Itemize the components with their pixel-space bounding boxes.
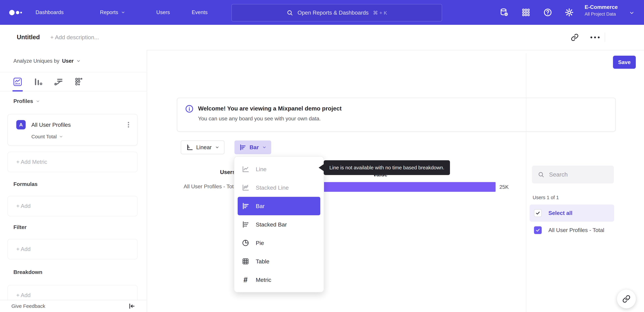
tooltip-arrow bbox=[319, 164, 324, 171]
help-icon[interactable] bbox=[543, 8, 552, 17]
analyze-entity-select[interactable]: User bbox=[62, 58, 74, 64]
search-icon bbox=[286, 10, 293, 16]
metric-card[interactable]: A All User Profiles Count Total bbox=[8, 114, 138, 146]
menu-item-stacked-bar-label: Stacked Bar bbox=[256, 221, 287, 228]
check-icon bbox=[535, 210, 540, 216]
menu-item-line: Line bbox=[234, 160, 324, 178]
menu-item-table[interactable]: Table bbox=[234, 252, 324, 270]
metric-badge: A bbox=[16, 120, 26, 130]
breakdown-section-header: Breakdown bbox=[14, 269, 42, 275]
chart-type-label: Bar bbox=[250, 144, 259, 150]
nav-users-label: Users bbox=[156, 10, 170, 16]
save-button[interactable]: Save bbox=[613, 56, 636, 69]
stacked-line-chart-icon bbox=[242, 184, 250, 192]
project-switcher[interactable]: E-Commerce All Project Data bbox=[585, 4, 635, 17]
aggregation-chevron-down-icon bbox=[59, 134, 63, 139]
aggregation-select[interactable]: Count Total bbox=[31, 134, 63, 140]
series-label: All User Profiles - Total bbox=[548, 227, 604, 233]
project-scope: All Project Data bbox=[585, 12, 635, 17]
aggregation-label: Count Total bbox=[31, 134, 57, 140]
chart-type-select[interactable]: Bar bbox=[234, 140, 271, 154]
nav-users[interactable]: Users bbox=[156, 0, 170, 25]
nav-events-label: Events bbox=[192, 10, 208, 16]
menu-item-pie[interactable]: Pie bbox=[234, 234, 324, 252]
header-divider bbox=[605, 32, 605, 42]
analyze-row: Analyze Uniques by User bbox=[0, 50, 146, 72]
line-chart-icon bbox=[242, 165, 250, 173]
link-icon bbox=[622, 295, 630, 303]
tab-insights[interactable] bbox=[12, 77, 23, 87]
apps-grid-icon[interactable] bbox=[521, 8, 531, 17]
bar-chart-icon bbox=[242, 202, 250, 210]
formulas-heading-label: Formulas bbox=[14, 181, 38, 187]
banner-title: Welcome! You are viewing a Mixpanel demo… bbox=[198, 105, 342, 112]
mixpanel-app: Dashboards Reports Users Events Open Rep… bbox=[0, 0, 644, 312]
profiles-section-header[interactable]: Profiles bbox=[14, 98, 40, 104]
add-formula-button[interactable]: + Add bbox=[8, 196, 138, 216]
add-metric-button[interactable]: + Add Metric bbox=[8, 152, 138, 172]
nav-reports[interactable]: Reports bbox=[100, 0, 125, 25]
analyze-label: Analyze Uniques by bbox=[14, 58, 59, 64]
info-icon bbox=[185, 104, 194, 113]
nav-events[interactable]: Events bbox=[192, 0, 208, 25]
collapse-sidebar-icon[interactable] bbox=[128, 302, 135, 310]
add-filter-button[interactable]: + Add bbox=[8, 239, 138, 259]
menu-item-bar-label: Bar bbox=[256, 203, 265, 210]
nav-reports-label: Reports bbox=[100, 10, 118, 16]
pie-chart-icon bbox=[242, 239, 250, 247]
menu-item-stacked-line-label: Stacked Line bbox=[256, 184, 289, 191]
profiles-chevron-down-icon bbox=[36, 99, 40, 104]
share-link-button[interactable] bbox=[617, 289, 636, 308]
sidebar-footer: Give Feedback bbox=[0, 300, 146, 312]
chevron-down-icon bbox=[121, 10, 125, 14]
nav-dashboards[interactable]: Dashboards bbox=[36, 0, 64, 25]
global-search-button[interactable]: Open Reports & Dashboards ⌘ + K bbox=[232, 4, 442, 22]
report-header: Untitled + Add description... Save bbox=[0, 25, 644, 50]
series-search[interactable] bbox=[532, 166, 614, 184]
banner-subtitle: You can use any board you see with your … bbox=[198, 116, 321, 122]
menu-item-table-label: Table bbox=[256, 258, 269, 265]
mixpanel-logo-icon[interactable] bbox=[9, 10, 25, 16]
scale-select[interactable]: Linear bbox=[181, 140, 224, 154]
chart-type-menu: Line Stacked Line Bar Stacked bbox=[234, 156, 324, 292]
panel-divider bbox=[526, 53, 526, 312]
axis-icon bbox=[186, 144, 193, 151]
menu-item-metric-label: Metric bbox=[256, 277, 271, 283]
add-description-button[interactable]: + Add description... bbox=[50, 25, 99, 50]
menu-item-stacked-bar[interactable]: Stacked Bar bbox=[234, 215, 324, 234]
filter-section-header: Filter bbox=[14, 224, 26, 230]
menu-item-line-label: Line bbox=[256, 166, 266, 172]
global-search-placeholder: Open Reports & Dashboards bbox=[298, 10, 368, 16]
tab-retention[interactable] bbox=[74, 77, 84, 87]
analyze-chevron-down-icon[interactable] bbox=[76, 59, 81, 63]
gear-icon[interactable] bbox=[564, 8, 574, 17]
series-search-input[interactable] bbox=[549, 171, 606, 178]
scale-chevron-down-icon bbox=[215, 145, 219, 150]
copy-link-icon[interactable] bbox=[571, 34, 578, 41]
kebab-menu-icon[interactable] bbox=[125, 121, 132, 128]
project-chevron-down-icon[interactable] bbox=[629, 10, 634, 16]
give-feedback-link[interactable]: Give Feedback bbox=[12, 303, 45, 309]
more-options-icon[interactable] bbox=[590, 35, 600, 40]
scale-label: Linear bbox=[196, 144, 212, 150]
metric-name[interactable]: All User Profiles bbox=[31, 122, 71, 128]
search-shortcut: ⌘ + K bbox=[373, 10, 387, 16]
formulas-section-header: Formulas bbox=[14, 181, 38, 187]
tab-funnels[interactable] bbox=[33, 77, 43, 87]
project-name: E-Commerce bbox=[585, 4, 635, 10]
select-all-checkbox[interactable] bbox=[534, 209, 542, 217]
tab-flows[interactable] bbox=[54, 77, 64, 87]
menu-item-bar[interactable]: Bar bbox=[238, 197, 320, 215]
select-all-label: Select all bbox=[548, 210, 572, 216]
series-checkbox[interactable] bbox=[534, 226, 542, 234]
chart-row-label: All User Profiles - Total bbox=[184, 184, 238, 190]
data-management-icon[interactable] bbox=[500, 8, 509, 17]
report-title[interactable]: Untitled bbox=[17, 25, 40, 50]
select-all-row[interactable]: Select all bbox=[530, 204, 614, 222]
menu-item-metric[interactable]: # Metric bbox=[234, 270, 324, 289]
filter-heading-label: Filter bbox=[14, 224, 26, 230]
series-row[interactable]: All User Profiles - Total bbox=[530, 222, 614, 239]
horizontal-bar-chart-icon bbox=[239, 144, 246, 151]
search-icon bbox=[538, 171, 544, 178]
chart-bar-value: 25K bbox=[500, 184, 509, 190]
